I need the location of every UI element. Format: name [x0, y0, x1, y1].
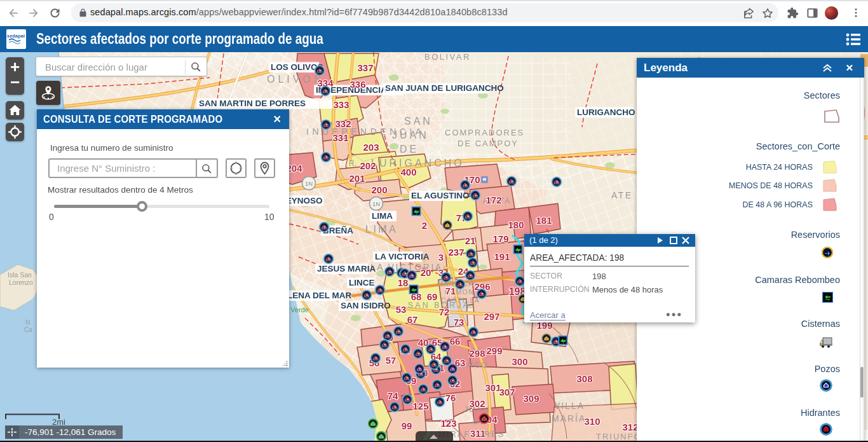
svg-text:67: 67: [407, 314, 418, 325]
svg-text:Is: Is: [25, 319, 31, 326]
svg-text:DE: DE: [400, 144, 419, 155]
svg-text:331: 331: [332, 132, 348, 143]
svg-text:53: 53: [396, 304, 407, 315]
svg-text:125: 125: [412, 401, 428, 411]
svg-text:BOLIVAR: BOLIVAR: [424, 52, 471, 62]
svg-text:LURIGANCHO: LURIGANCHO: [371, 158, 465, 169]
svg-text:ATE: ATE: [611, 190, 633, 200]
svg-text:181: 181: [536, 215, 552, 226]
svg-text:sedapal: sedapal: [7, 33, 25, 39]
svg-text:DE CAMPOY: DE CAMPOY: [458, 139, 519, 148]
svg-text:123: 123: [440, 418, 456, 429]
svg-text:MARÍA: MARÍA: [552, 413, 586, 424]
svg-text:200: 200: [371, 184, 387, 195]
svg-text:73: 73: [454, 317, 465, 328]
svg-text:1N: 1N: [372, 200, 380, 207]
svg-text:Isla San: Isla San: [8, 271, 32, 279]
svg-text:57: 57: [386, 355, 397, 366]
svg-text:OLIVOS: OLIVOS: [267, 74, 324, 85]
svg-text:298: 298: [469, 348, 485, 359]
svg-text:66: 66: [450, 336, 461, 347]
svg-text:COMPRADORES: COMPRADORES: [445, 128, 524, 137]
svg-text:312: 312: [622, 422, 638, 432]
svg-text:LA VICTORIA: LA VICTORIA: [375, 252, 430, 261]
svg-text:3: 3: [438, 252, 444, 263]
svg-text:332: 332: [335, 118, 351, 129]
svg-text:201: 201: [349, 173, 365, 184]
svg-text:302: 302: [469, 398, 485, 409]
svg-text:307: 307: [499, 387, 515, 397]
svg-text:308: 308: [576, 373, 592, 384]
svg-text:309: 309: [523, 393, 539, 404]
svg-text:299: 299: [486, 345, 502, 356]
svg-text:18: 18: [398, 277, 409, 288]
svg-text:21: 21: [465, 235, 476, 246]
svg-text:SAN ISIDRO: SAN ISIDRO: [341, 301, 391, 310]
svg-text:311: 311: [470, 428, 485, 439]
svg-text:LIMA: LIMA: [365, 224, 398, 235]
svg-text:LENA DEL MAR: LENA DEL MAR: [287, 291, 352, 300]
svg-text:SAN MARTIN DE PORRES: SAN MARTIN DE PORRES: [199, 99, 306, 108]
svg-text:SAN JUAN DE LURIGANCHO: SAN JUAN DE LURIGANCHO: [385, 83, 504, 93]
svg-text:179: 179: [492, 233, 508, 244]
svg-text:72: 72: [439, 307, 450, 317]
svg-text:Lorenzo: Lorenzo: [9, 279, 33, 286]
svg-text:LURIGANCHO: LURIGANCHO: [577, 107, 635, 117]
svg-text:69: 69: [427, 291, 438, 302]
svg-text:172: 172: [485, 195, 501, 205]
svg-text:180: 180: [508, 219, 524, 230]
svg-text:71: 71: [445, 286, 456, 296]
svg-text:JESUS MARIA: JESUS MARIA: [317, 264, 376, 273]
svg-text:2: 2: [422, 220, 427, 231]
svg-text:191: 191: [494, 251, 510, 262]
svg-text:237: 237: [448, 247, 464, 258]
svg-text:R.: R.: [349, 159, 356, 168]
svg-text:337: 337: [357, 62, 373, 73]
svg-text:310: 310: [584, 416, 600, 427]
svg-text:TRIUNFO: TRIUNFO: [596, 432, 642, 441]
svg-text:99: 99: [402, 420, 412, 431]
svg-text:297: 297: [484, 311, 499, 322]
svg-text:LINCE: LINCE: [349, 278, 375, 287]
svg-text:203: 203: [363, 142, 379, 153]
svg-text:SAN: SAN: [404, 116, 433, 127]
svg-text:76: 76: [445, 392, 456, 403]
svg-text:74: 74: [388, 390, 398, 401]
svg-text:LIMA: LIMA: [372, 211, 393, 221]
svg-text:1N: 1N: [305, 180, 313, 187]
svg-text:333: 333: [333, 99, 349, 110]
svg-text:202: 202: [360, 160, 376, 171]
svg-text:VILLA: VILLA: [554, 401, 585, 411]
svg-text:400: 400: [400, 167, 416, 177]
svg-text:300: 300: [512, 356, 527, 367]
svg-text:20: 20: [421, 267, 431, 278]
svg-text:Ca: Ca: [24, 326, 32, 333]
svg-text:336: 336: [349, 79, 365, 90]
svg-text:EL AGUSTINO: EL AGUSTINO: [411, 191, 470, 200]
